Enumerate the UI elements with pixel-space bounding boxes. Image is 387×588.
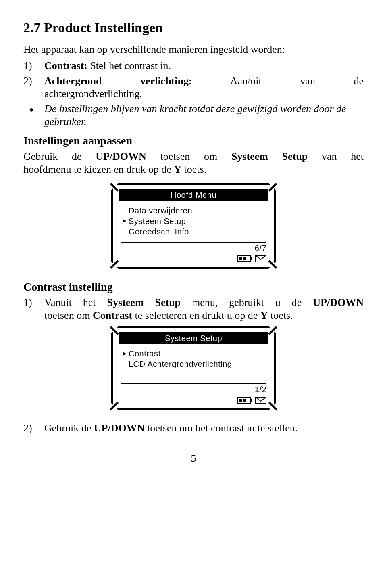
text: Aan/uit bbox=[230, 75, 262, 87]
svg-rect-1 bbox=[251, 257, 252, 260]
battery-icon bbox=[237, 396, 253, 404]
page-number: 5 bbox=[23, 452, 364, 465]
selector-icon: ► bbox=[121, 217, 129, 225]
lcd-menu: ► Contrast LCD Achtergrondverlichting bbox=[119, 348, 268, 381]
bold: Y bbox=[174, 163, 181, 175]
subheading: Instellingen aanpassen bbox=[23, 134, 364, 148]
lcd-status-icons bbox=[237, 255, 266, 263]
lcd-menu-label: Data verwijderen bbox=[129, 205, 192, 216]
text: de bbox=[354, 75, 364, 87]
text: Vanuit het bbox=[44, 297, 107, 308]
lcd-menu-item: ► Contrast bbox=[121, 348, 266, 359]
bold: Y bbox=[260, 310, 268, 321]
bullet-icon: ● bbox=[23, 103, 44, 128]
text: van bbox=[300, 75, 315, 87]
text: toets. bbox=[268, 310, 293, 321]
section-title-text: Product Instellingen bbox=[44, 20, 163, 35]
lcd-menu-item: ► Systeem Setup bbox=[121, 216, 266, 226]
lcd-menu-label: Systeem Setup bbox=[129, 216, 186, 226]
lcd-menu-label: LCD Achtergrondverlichting bbox=[129, 359, 232, 369]
lcd-footer: 6/7 bbox=[121, 242, 266, 263]
text: toetsen om bbox=[44, 310, 93, 321]
lcd-menu-item: Gereedsch. Info bbox=[121, 226, 266, 237]
svg-rect-3 bbox=[243, 257, 246, 260]
bold: UP/DOWN bbox=[94, 422, 145, 434]
bold: Contrast bbox=[93, 310, 132, 321]
lcd-menu-item: Data verwijderen bbox=[121, 205, 266, 216]
list-number: 2) bbox=[23, 75, 44, 100]
label: verlichting: bbox=[140, 75, 192, 87]
envelope-icon bbox=[255, 396, 266, 404]
list-item: 1) Vanuit het Systeem Setup menu, gebrui… bbox=[23, 296, 364, 322]
lcd-frame: Systeem Setup ► Contrast LCD Achtergrond… bbox=[111, 326, 276, 410]
selector-icon: ► bbox=[121, 349, 129, 358]
list-number: 1) bbox=[23, 296, 44, 322]
bullet-item: ● De instellingen blijven van kracht tot… bbox=[23, 103, 364, 128]
line: Achtergrond verlichting: Aan/uit van de bbox=[44, 75, 364, 88]
line: Gebruik de UP/DOWN toetsen om Systeem Se… bbox=[23, 150, 364, 163]
lcd-screen: Systeem Setup ► Contrast LCD Achtergrond… bbox=[23, 326, 364, 410]
svg-rect-2 bbox=[239, 257, 242, 260]
lcd-frame: Hoofd Menu Data verwijderen ► Systeem Se… bbox=[111, 183, 276, 269]
list-number: 2) bbox=[23, 422, 44, 435]
envelope-icon bbox=[255, 255, 266, 263]
text: hoofdmenu te kiezen en druk op de bbox=[23, 163, 174, 175]
bold: UP/DOWN bbox=[313, 297, 364, 308]
list-body: Vanuit het Systeem Setup menu, gebruikt … bbox=[44, 296, 364, 322]
lcd-screen: Hoofd Menu Data verwijderen ► Systeem Se… bbox=[23, 183, 364, 269]
svg-rect-7 bbox=[239, 399, 242, 402]
lcd-menu-item: LCD Achtergrondverlichting bbox=[121, 359, 266, 369]
bold: Systeem Setup bbox=[107, 297, 181, 308]
lcd-title: Hoofd Menu bbox=[119, 189, 268, 201]
list-item: 2) Achtergrond verlichting: Aan/uit van … bbox=[23, 75, 364, 100]
lcd-footer: 1/2 bbox=[121, 383, 266, 404]
text: menu, gebruikt u de bbox=[181, 297, 313, 308]
list-number: 1) bbox=[23, 59, 44, 72]
lcd-menu: Data verwijderen ► Systeem Setup Gereeds… bbox=[119, 205, 268, 239]
intro-text: Het apparaat kan op verschillende manier… bbox=[23, 43, 364, 56]
svg-rect-6 bbox=[251, 399, 252, 402]
label: Achtergrond bbox=[44, 75, 102, 87]
line: toetsen om Contrast te selecteren en dru… bbox=[44, 309, 364, 322]
list-body: Gebruik de UP/DOWN toetsen om het contra… bbox=[44, 422, 364, 435]
list-body: Contrast: Stel het contrast in. bbox=[44, 59, 364, 72]
lcd-page-indicator: 6/7 bbox=[255, 243, 266, 253]
text: Stel het contrast in. bbox=[90, 60, 171, 71]
text: toetsen om het contrast in te stellen. bbox=[144, 422, 298, 434]
text: toetsen om bbox=[146, 151, 231, 162]
bullet-text: De instellingen blijven van kracht totda… bbox=[44, 103, 364, 128]
text: Gebruik de bbox=[44, 422, 94, 434]
lcd-page-indicator: 1/2 bbox=[255, 385, 266, 394]
list-item: 1) Contrast: Stel het contrast in. bbox=[23, 59, 364, 72]
line: Vanuit het Systeem Setup menu, gebruikt … bbox=[44, 296, 364, 309]
lcd-menu-label: Contrast bbox=[129, 348, 161, 359]
list-body: Achtergrond verlichting: Aan/uit van de … bbox=[44, 75, 364, 100]
paragraph: Gebruik de UP/DOWN toetsen om Systeem Se… bbox=[23, 150, 364, 176]
line: hoofdmenu te kiezen en druk op de Y toet… bbox=[23, 163, 364, 176]
line: achtergrondverlichting. bbox=[44, 88, 364, 100]
section-heading: 2.7 Product Instellingen bbox=[23, 19, 364, 36]
bold: Systeem Setup bbox=[231, 151, 308, 162]
lcd-status-icons bbox=[237, 396, 266, 404]
text: toets. bbox=[181, 163, 206, 175]
battery-icon bbox=[237, 255, 253, 263]
svg-rect-8 bbox=[243, 399, 246, 402]
text: van het bbox=[308, 151, 364, 162]
subheading: Contrast instelling bbox=[23, 280, 364, 294]
text: te selecteren en drukt u op de bbox=[132, 310, 260, 321]
lcd-menu-label: Gereedsch. Info bbox=[129, 226, 189, 237]
section-number: 2.7 bbox=[23, 20, 41, 35]
label: Contrast: bbox=[44, 60, 87, 71]
lcd-title: Systeem Setup bbox=[119, 332, 268, 344]
text: Gebruik de bbox=[23, 151, 96, 162]
list-item: 2) Gebruik de UP/DOWN toetsen om het con… bbox=[23, 422, 364, 435]
bold: UP/DOWN bbox=[96, 151, 146, 162]
